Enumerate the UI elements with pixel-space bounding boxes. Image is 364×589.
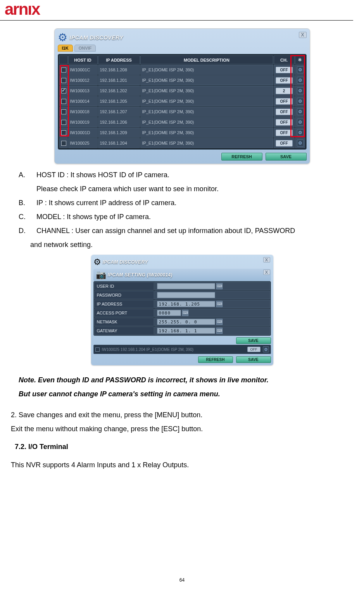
channel-button[interactable]: OFF [276, 109, 293, 115]
keyboard-icon[interactable]: ⌨ [216, 301, 223, 307]
col-hostid: HOST ID [68, 55, 98, 64]
row-checkbox[interactable] [61, 78, 66, 83]
label-gateway: GATEWAY [94, 326, 154, 335]
gear-icon[interactable]: ⚙ [297, 119, 304, 126]
cell-hostid: IW100012 [68, 75, 98, 85]
paragraph-a2: Please check IP camera which user want t… [19, 182, 353, 196]
cell-model: IP_E1(DOME ISP 2M, 390) [140, 65, 273, 75]
cell-hostid: IW100018 [68, 107, 98, 117]
paragraph-a-prefix: A. [19, 168, 36, 182]
gear-icon[interactable]: ⚙ [297, 66, 304, 73]
gear-icon[interactable]: ⚙ [297, 140, 304, 147]
row-checkbox[interactable] [61, 99, 66, 104]
cell-model: IP_E1(DOME ISP 2M, 390) [140, 96, 273, 106]
label-ip: IP ADDRESS [94, 300, 154, 308]
gear-icon: ⚙ [58, 31, 67, 44]
close-button[interactable]: X [299, 32, 307, 38]
cell-model: IP_E1(DOME ISP 2M, 390) [140, 86, 273, 96]
cell-ip: 192.168.1.204 [98, 138, 140, 148]
close-button-inner[interactable]: X [263, 269, 270, 275]
table-header-row: HOST ID IP ADDRESS MODEL DESCRIPTION CH.… [59, 55, 305, 64]
checkbox-icon[interactable] [95, 347, 100, 352]
cell-ip: 192.168.1.206 [98, 117, 140, 127]
cell-hostid: IW10001C [68, 65, 98, 75]
settings-table: USER ID ⌨ PASSWORD IP ADDRESS 192.168. 1… [93, 281, 271, 336]
gear-icon[interactable]: ⚙ [297, 87, 304, 94]
table-row: IW100018192.168.1.207IP_E1(DOME ISP 2M, … [59, 107, 305, 117]
col-ip: IP ADDRESS [98, 55, 140, 64]
save-button[interactable]: SAVE [266, 153, 307, 161]
paragraph-d2: and network setting. [19, 238, 353, 252]
channel-off-button[interactable]: OFF [247, 347, 260, 352]
col-ch: CH. [274, 55, 295, 64]
cell-hostid: IW10001D [68, 128, 98, 138]
cell-ip: 192.168.1.202 [98, 86, 140, 96]
paragraph-a-text: HOST ID : It shows HOST ID of IP camera. [36, 168, 353, 182]
paragraph-b-text: IP : It shows current IP address of IP c… [36, 196, 353, 210]
ip-input[interactable]: 192.168. 1.205 [157, 301, 215, 307]
cell-hostid: IW100013 [68, 86, 98, 96]
gear-icon: ⚙ [93, 257, 101, 267]
table-row: IW10001C192.168.1.208IP_E1(DOME ISP 2M, … [59, 65, 305, 75]
paragraph-save-exit: 2. Save changes and exit the menu, press… [11, 408, 353, 422]
row-checkbox[interactable] [61, 109, 66, 114]
gear-icon[interactable]: ⚙ [297, 77, 304, 84]
ipcam-discovery-dialog: ⚙ IPCAM DISCOVERY X I1K ONVIF HOST ID IP… [54, 28, 310, 164]
table-row: IW100014192.168.1.205IP_E1(DOME ISP 2M, … [59, 96, 305, 106]
channel-button[interactable]: 2 [276, 88, 293, 94]
keyboard-icon[interactable]: ⌨ [216, 328, 223, 334]
paragraph-d-prefix: D. [19, 224, 36, 238]
row-checkbox[interactable] [61, 130, 66, 135]
paragraph-c: C. MODEL : It shows type of IP camera. [19, 210, 353, 224]
refresh-button[interactable]: REFRESH [221, 153, 262, 161]
cell-hostid: IW100025 [68, 138, 98, 148]
keyboard-icon[interactable]: ⌨ [216, 319, 223, 325]
label-password: PASSWORD [94, 291, 154, 299]
tab-i1k[interactable]: I1K [58, 45, 73, 52]
paragraph-esc-exit: Exit the menu without making change, pre… [11, 422, 353, 436]
cell-model: IP_E1(DOME ISP 2M, 390) [140, 138, 273, 148]
channel-button[interactable]: OFF [276, 77, 293, 84]
tab-onvif[interactable]: ONVIF [74, 45, 96, 52]
refresh-button[interactable]: REFRESH [198, 356, 233, 363]
row-checkbox[interactable] [61, 141, 66, 146]
paragraph-b: B. IP : It shows current IP address of I… [19, 196, 353, 210]
netmask-input[interactable]: 255.255. 0. 0 [157, 319, 215, 325]
cell-model: IP_E1(DOME ISP 2M, 390) [140, 107, 273, 117]
channel-button[interactable]: OFF [276, 98, 293, 105]
table-row: IW100025192.168.1.204IP_E1(DOME ISP 2M, … [59, 138, 305, 148]
paragraph-c-prefix: C. [19, 210, 36, 224]
channel-button[interactable]: OFF [276, 67, 293, 73]
paragraph-d-text: CHANNEL : User can assign channel and se… [36, 224, 353, 238]
gear-icon[interactable]: ⚙ [297, 129, 304, 136]
table-row: IW100012192.168.1.201IP_E1(DOME ISP 2M, … [59, 75, 305, 85]
table-row: IW10001D192.168.1.209IP_E1(DOME ISP 2M, … [59, 128, 305, 138]
dialog-title: IPCAM DISCOVERY [70, 35, 124, 41]
port-input[interactable]: 0080 [157, 310, 181, 316]
save-button[interactable]: SAVE [236, 356, 271, 363]
note-line-2: But user cannot change IP camera's setti… [19, 387, 353, 401]
save-button-inner[interactable]: SAVE [236, 337, 271, 344]
table-row: IW100019192.168.1.206IP_E1(DOME ISP 2M, … [59, 117, 305, 127]
gear-icon[interactable]: ⚙ [297, 98, 304, 105]
cell-ip: 192.168.1.209 [98, 128, 140, 138]
row-checkbox[interactable] [61, 88, 66, 93]
cell-ip: 192.168.1.208 [98, 65, 140, 75]
channel-button[interactable]: OFF [276, 130, 293, 136]
gateway-input[interactable]: 192.168. 1. 1 [157, 328, 215, 334]
close-button[interactable]: X [263, 257, 270, 263]
password-input[interactable] [157, 292, 215, 298]
section-heading: 7.2. I/O Terminal [11, 443, 353, 451]
background-row-text: IW100025 192.168.1.204 IP_E1(DOME ISP 2M… [102, 347, 245, 352]
keyboard-icon[interactable]: ⌨ [216, 283, 223, 289]
userid-input[interactable] [157, 283, 215, 289]
channel-button[interactable]: OFF [276, 119, 293, 126]
paragraph-b-prefix: B. [19, 196, 36, 210]
row-checkbox[interactable] [61, 67, 66, 73]
camera-table: HOST ID IP ADDRESS MODEL DESCRIPTION CH.… [59, 55, 305, 149]
channel-button[interactable]: OFF [276, 140, 293, 147]
gear-icon[interactable]: ⚙ [297, 108, 304, 115]
gear-icon[interactable]: ⚙ [263, 346, 269, 352]
keyboard-icon[interactable]: ⌨ [182, 310, 188, 316]
row-checkbox[interactable] [61, 120, 66, 125]
